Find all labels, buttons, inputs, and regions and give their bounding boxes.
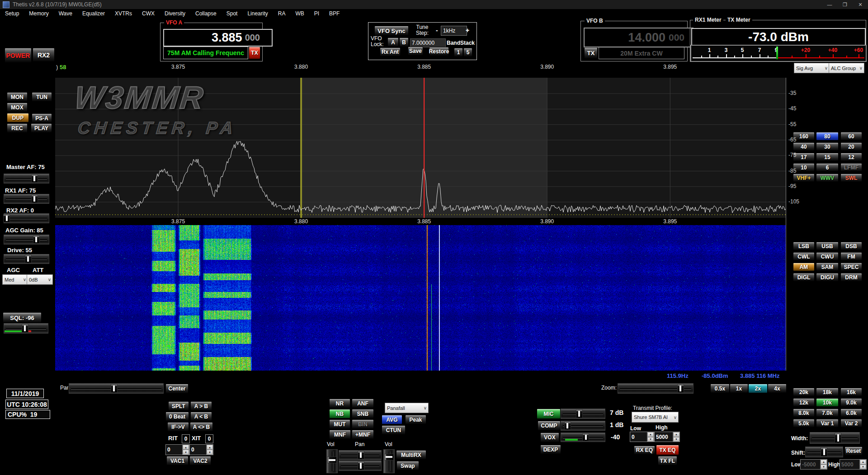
- zoom-main-slider-handle[interactable]: [677, 384, 684, 393]
- tx-eq-button[interactable]: TX EQ: [656, 445, 679, 455]
- band-30[interactable]: 30: [816, 142, 839, 151]
- mode-usb[interactable]: USB: [816, 242, 839, 250]
- play-button[interactable]: PLAY: [31, 123, 52, 133]
- menu-diversity[interactable]: Diversity: [160, 10, 190, 17]
- plus-mnf-button[interactable]: +MNF: [352, 430, 374, 439]
- mon-button[interactable]: MON: [7, 92, 28, 102]
- mode-sam[interactable]: SAM: [816, 263, 839, 271]
- mox-button[interactable]: MOX: [7, 103, 28, 112]
- waterfall-display[interactable]: [55, 225, 786, 371]
- drive-slider[interactable]: [3, 254, 50, 264]
- filter-7.0k[interactable]: 7.0k: [816, 409, 839, 417]
- zoom-4x-button[interactable]: 4x: [768, 384, 787, 393]
- tx-high-spinner[interactable]: 5000▲▼: [654, 432, 680, 442]
- zoom-0.5x-button[interactable]: 0.5x: [710, 384, 730, 393]
- restore-button[interactable]: Restore: [429, 47, 449, 56]
- vox-button[interactable]: VOX: [540, 433, 559, 442]
- minimize-icon[interactable]: —: [822, 0, 837, 9]
- pan2-slider[interactable]: [338, 460, 382, 471]
- band-12[interactable]: 12: [840, 153, 862, 161]
- anf-button[interactable]: ANF: [352, 399, 374, 408]
- filter-18k[interactable]: 18k: [816, 388, 839, 396]
- width-slider-handle[interactable]: [835, 433, 841, 443]
- filter-low-spinner[interactable]: -5000▲▼: [800, 459, 827, 470]
- band-swl[interactable]: SWL: [840, 174, 862, 182]
- vfo-a-tx-button[interactable]: TX: [249, 47, 260, 59]
- tx-high-spinner-down-icon[interactable]: ▼: [673, 437, 679, 442]
- band-60[interactable]: 60: [840, 132, 862, 141]
- rx2-af-slider-handle[interactable]: [3, 214, 10, 222]
- menu-wave[interactable]: Wave: [54, 10, 77, 17]
- snb-button[interactable]: SNB: [352, 409, 374, 419]
- mut-button[interactable]: MUT: [329, 419, 350, 429]
- band-15[interactable]: 15: [816, 153, 839, 161]
- master-af-slider[interactable]: [3, 173, 50, 184]
- drive-slider-handle[interactable]: [25, 255, 32, 263]
- tune-step-plus-button[interactable]: +: [466, 27, 469, 34]
- sql-slider[interactable]: [3, 323, 49, 334]
- agc-combo[interactable]: Med∨: [2, 274, 28, 285]
- filter-5.0k[interactable]: 5.0k: [793, 419, 815, 428]
- menu-pi[interactable]: PI: [309, 10, 324, 17]
- display-mode-combo[interactable]: Panafall∨: [385, 403, 429, 413]
- filter-high-spinner[interactable]: 5000▲▼: [840, 459, 867, 470]
- filter-12k[interactable]: 12k: [793, 398, 815, 407]
- vox-slider-handle[interactable]: [582, 433, 589, 441]
- pan-main-slider-handle[interactable]: [111, 384, 118, 393]
- band-wwv[interactable]: WWV: [816, 174, 839, 182]
- band-6[interactable]: 6: [816, 163, 839, 172]
- dup-button[interactable]: DUP: [7, 113, 29, 122]
- mode-lsb[interactable]: LSB: [793, 242, 815, 250]
- swap-button[interactable]: Swap: [396, 461, 419, 470]
- filter-high-spinner-up-icon[interactable]: ▲: [860, 460, 866, 465]
- rit-spinner[interactable]: 0▲▼: [165, 444, 189, 455]
- tun-button[interactable]: TUN: [32, 92, 52, 102]
- tune-step-minus-button[interactable]: -: [436, 27, 438, 34]
- power-button[interactable]: POWER: [5, 48, 32, 63]
- mode-cwl[interactable]: CWL: [793, 252, 815, 261]
- bandstack-5-button[interactable]: 5: [463, 48, 472, 57]
- menu-spot[interactable]: Spot: [222, 10, 243, 17]
- vol1-slider-handle[interactable]: [327, 456, 337, 463]
- tune-step-value[interactable]: 1kHz: [441, 26, 467, 36]
- vfo-sync-button[interactable]: VFO Sync: [374, 26, 409, 36]
- vfo-lock-b-button[interactable]: B: [399, 38, 409, 47]
- pan-main-slider[interactable]: [68, 383, 164, 394]
- vfo-b-frequency[interactable]: 14.000 000: [584, 28, 693, 47]
- mode-dsb[interactable]: DSB: [840, 242, 862, 250]
- agc-gain-slider[interactable]: [3, 234, 50, 245]
- filter-10k[interactable]: 10k: [816, 398, 839, 407]
- vfo-b-tx-button[interactable]: TX: [584, 47, 598, 59]
- menu-cwx[interactable]: CWX: [137, 10, 160, 17]
- agc-gain-slider-handle[interactable]: [33, 235, 40, 244]
- mic-slider-handle[interactable]: [576, 409, 583, 418]
- mode-cwu[interactable]: CWU: [816, 252, 839, 261]
- maximize-icon[interactable]: ❐: [837, 0, 853, 9]
- menu-memory[interactable]: Memory: [24, 10, 53, 17]
- menu-ra[interactable]: RA: [273, 10, 291, 17]
- vfo-a-frequency[interactable]: 3.885 000: [163, 29, 273, 47]
- rx2-af-slider[interactable]: [3, 213, 50, 224]
- xit-spinner-up-icon[interactable]: ▲: [207, 445, 213, 450]
- pan1-slider-handle[interactable]: [358, 451, 364, 459]
- a-to-b-button[interactable]: A > B: [190, 401, 212, 411]
- filter-low-spinner-up-icon[interactable]: ▲: [821, 460, 827, 465]
- mode-digl[interactable]: DIGL: [793, 273, 815, 282]
- vfo-lock-a-button[interactable]: A: [387, 38, 399, 47]
- vol2-slider-handle[interactable]: [384, 454, 394, 461]
- if-to-v-button[interactable]: IF->V: [167, 422, 189, 432]
- rx2-button[interactable]: RX2: [33, 48, 55, 62]
- filter-low-spinner-down-icon[interactable]: ▼: [821, 465, 827, 470]
- menu-wb[interactable]: WB: [290, 10, 309, 17]
- rit-spinner-up-icon[interactable]: ▲: [183, 445, 189, 450]
- rx1-af-slider-handle[interactable]: [31, 195, 38, 203]
- a-swap-b-button[interactable]: A <> B: [190, 422, 213, 432]
- nb-button[interactable]: NB: [329, 409, 350, 419]
- zoom-1x-button[interactable]: 1x: [730, 384, 748, 393]
- menu-bpf[interactable]: BPF: [324, 10, 344, 17]
- vol1-slider[interactable]: [326, 449, 338, 474]
- tx-fl-button[interactable]: TX FL: [658, 456, 677, 466]
- b-to-a-button[interactable]: A < B: [190, 412, 212, 421]
- zero-beat-button[interactable]: 0 Beat: [165, 412, 189, 421]
- center-button[interactable]: Center: [165, 384, 189, 394]
